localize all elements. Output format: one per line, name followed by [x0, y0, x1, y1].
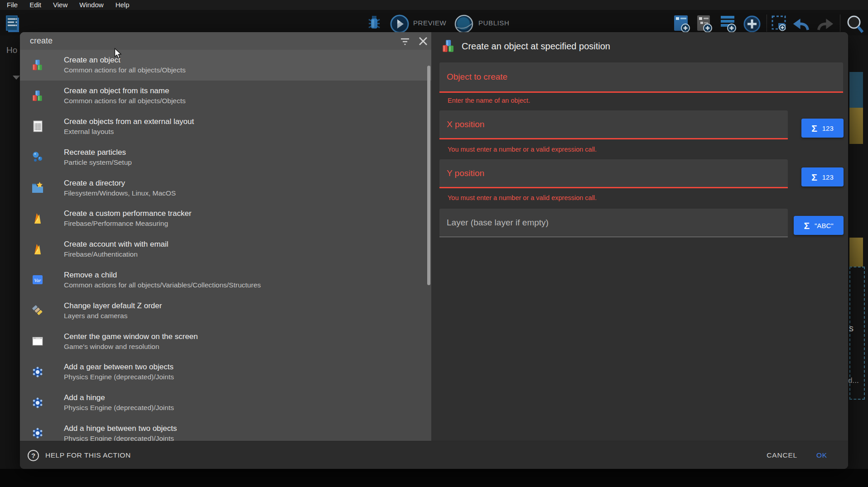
- action-list-item[interactable]: Add a hingePhysics Engine (deprecated)/J…: [20, 387, 431, 418]
- objects-cubes-icon: [442, 39, 455, 53]
- object-to-create-field[interactable]: Object to create: [439, 62, 843, 93]
- action-group: Common actions for all objects/Variables…: [64, 280, 261, 290]
- filter-icon[interactable]: [400, 36, 410, 47]
- search-input[interactable]: create: [30, 32, 53, 50]
- folder-star-icon: [32, 182, 43, 194]
- action-list-item[interactable]: VarRemove a childCommon actions for all …: [20, 265, 431, 296]
- object-field-placeholder: Object to create: [447, 72, 507, 82]
- action-group: Physics Engine (deprecated)/Joints: [64, 403, 174, 413]
- x-position-field[interactable]: X position: [439, 110, 788, 139]
- event-block-teal: [849, 72, 863, 108]
- toolbar: PREVIEW PUBLISH: [0, 10, 868, 35]
- physics-icon: [32, 427, 43, 439]
- objects-cubes-icon: [32, 59, 43, 71]
- action-list-item[interactable]: Create a custom performance trackerFireb…: [20, 203, 431, 234]
- action-list-item[interactable]: Change layer default Z orderLayers and c…: [20, 295, 431, 326]
- search-header: create: [20, 32, 431, 50]
- object-field-helper: Enter the name of an object.: [448, 97, 530, 104]
- action-config-panel: Create an object at specified position O…: [431, 32, 848, 441]
- text-fragment: s: [849, 323, 854, 334]
- instruction-editor-dialog: create Create an objectCommon actions fo…: [20, 32, 848, 469]
- y-expression-builder-button[interactable]: Σ 123: [801, 167, 844, 186]
- x-field-placeholder: X position: [447, 119, 484, 129]
- action-list-item[interactable]: Recreate particlesParticle system/Setup: [20, 142, 431, 172]
- layer-field[interactable]: Layer (base layer if empty): [439, 209, 788, 237]
- text-fragment: d...: [848, 376, 859, 385]
- toolbar-separator: [840, 14, 840, 32]
- action-group: Common actions for all objects/Objects: [64, 65, 186, 75]
- sigma-icon: Σ: [804, 221, 810, 230]
- action-group: External layouts: [64, 127, 194, 137]
- help-button[interactable]: ? HELP FOR THIS ACTION: [27, 441, 131, 469]
- window-icon: [32, 335, 43, 347]
- action-search-results: Create an objectCommon actions for all o…: [20, 50, 431, 441]
- x-expression-builder-button[interactable]: Σ 123: [801, 119, 844, 138]
- action-group: Filesystem/Windows, Linux, MacOS: [64, 188, 176, 198]
- search-icon[interactable]: [845, 14, 864, 36]
- select-instructions-icon[interactable]: [771, 15, 788, 34]
- close-icon[interactable]: [418, 36, 429, 47]
- action-title: Create an object: [64, 55, 186, 65]
- action-title: Add a hinge between two objects: [64, 423, 177, 434]
- dialog-footer: ? HELP FOR THIS ACTION CANCEL OK: [20, 441, 848, 469]
- action-list-item[interactable]: Add a hinge between two objectsPhysics E…: [20, 418, 431, 441]
- action-title: Recreate particles: [64, 147, 132, 158]
- action-group: Physics Engine (deprecated)/Joints: [64, 434, 177, 441]
- x-field-helper: You must enter a number or a valid expre…: [448, 146, 597, 153]
- gdevelop-window: FileEditViewWindowHelp: [0, 0, 868, 487]
- toolbar-separator: [767, 14, 767, 32]
- firebase-icon: [32, 213, 43, 224]
- menu-edit[interactable]: Edit: [24, 0, 47, 10]
- layer-field-placeholder: Layer (base layer if empty): [447, 218, 549, 228]
- layers-icon: [32, 305, 43, 316]
- menu-file[interactable]: File: [1, 0, 24, 10]
- physics-icon: [32, 397, 43, 409]
- particles-icon: [32, 151, 43, 163]
- action-list-item[interactable]: Create objects from an external layoutEx…: [20, 111, 431, 142]
- event-block-gold: [849, 108, 863, 144]
- dropdown-caret-icon: [13, 76, 20, 80]
- action-list-item[interactable]: Center the game window on the screenGame…: [20, 326, 431, 357]
- svg-text:Var: Var: [34, 277, 41, 283]
- action-list-item[interactable]: Add a gear between two objectsPhysics En…: [20, 357, 431, 387]
- action-title: Add a gear between two objects: [64, 362, 174, 372]
- ok-button[interactable]: OK: [814, 441, 830, 469]
- action-title: Center the game window on the screen: [64, 331, 198, 342]
- menu-help[interactable]: Help: [110, 0, 135, 10]
- background-bottom: [0, 469, 868, 487]
- action-title: Create objects from an external layout: [64, 116, 194, 127]
- panel-title: Create an object at specified position: [462, 41, 610, 52]
- action-group: Common actions for all objects/Objects: [64, 96, 186, 106]
- sigma-icon: Σ: [811, 172, 817, 182]
- y-position-field[interactable]: Y position: [439, 159, 788, 188]
- publish-button[interactable]: PUBLISH: [478, 10, 509, 35]
- menu-window[interactable]: Window: [73, 0, 109, 10]
- y-field-helper: You must enter a number or a valid expre…: [448, 194, 597, 201]
- menu-view[interactable]: View: [47, 0, 73, 10]
- action-list-item[interactable]: Create a directoryFilesystem/Windows, Li…: [20, 172, 431, 203]
- action-group: Physics Engine (deprecated)/Joints: [64, 372, 174, 382]
- firebase-icon: [32, 244, 43, 255]
- action-group: Firebase/Performance Measuring: [64, 219, 192, 229]
- action-list-item[interactable]: Create an object from its nameCommon act…: [20, 81, 431, 111]
- y-field-placeholder: Y position: [447, 168, 484, 178]
- project-manager-icon[interactable]: [5, 14, 20, 36]
- layer-expression-builder-button[interactable]: Σ "ABC": [794, 216, 844, 235]
- undo-icon[interactable]: [792, 15, 811, 33]
- redo-icon[interactable]: [815, 15, 834, 33]
- action-list-item[interactable]: Create account with with emailFirebase/A…: [20, 234, 431, 265]
- action-group: Game's window and resolution: [64, 342, 198, 352]
- list-scrollbar[interactable]: [427, 66, 430, 285]
- events-sheet-edge: s d...: [848, 35, 868, 487]
- preview-button[interactable]: PREVIEW: [413, 10, 446, 35]
- action-list-item[interactable]: Create an objectCommon actions for all o…: [20, 50, 431, 81]
- cancel-button[interactable]: CANCEL: [764, 441, 800, 469]
- event-block-gold: [849, 238, 863, 267]
- action-group: Layers and cameras: [64, 311, 162, 321]
- action-title: Change layer default Z order: [64, 301, 162, 311]
- panel-title-row: Create an object at specified position: [442, 38, 610, 54]
- action-title: Add a hinge: [64, 392, 174, 403]
- action-title: Create account with with email: [64, 239, 169, 249]
- debugger-icon[interactable]: [366, 15, 383, 33]
- action-title: Remove a child: [64, 270, 261, 280]
